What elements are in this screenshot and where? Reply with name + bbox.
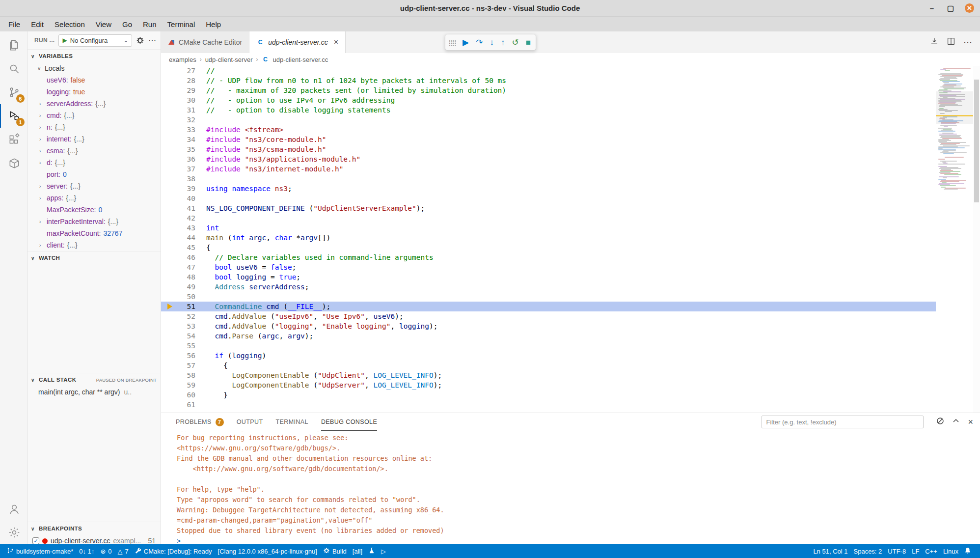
language-mode[interactable]: C++ xyxy=(922,544,940,558)
variable-row[interactable]: ›client:{...} xyxy=(27,239,161,251)
cursor-position[interactable]: Ln 51, Col 1 xyxy=(810,544,850,558)
menu-item-run[interactable]: Run xyxy=(137,19,162,30)
restart-button[interactable]: ↺ xyxy=(512,38,518,47)
drag-handle-icon[interactable]: ⣿⣿ xyxy=(448,39,456,46)
code-line[interactable]: 47 bool useV6 = false; xyxy=(161,262,936,272)
close-button[interactable]: ✕ xyxy=(965,3,974,13)
variable-row[interactable]: MaxPacketSize:0 xyxy=(27,204,161,216)
indentation[interactable]: Spaces: 2 xyxy=(851,544,885,558)
code-line[interactable]: 57 { xyxy=(161,361,936,370)
code-line[interactable]: 34#include "ns3/core-module.h" xyxy=(161,135,936,144)
variable-row[interactable]: ›interPacketInterval:{...} xyxy=(27,216,161,227)
code-line[interactable]: 36#include "ns3/applications-module.h" xyxy=(161,154,936,164)
step-out-button[interactable]: ↑ xyxy=(501,38,505,47)
menu-item-terminal[interactable]: Terminal xyxy=(162,19,201,30)
code-line[interactable]: 30// - option to use IPv4 or IPv6 addres… xyxy=(161,95,936,105)
code-line[interactable]: 56 if (logging) xyxy=(161,351,936,361)
clear-console-icon[interactable] xyxy=(936,417,944,427)
menu-item-view[interactable]: View xyxy=(90,19,117,30)
console-filter-input[interactable] xyxy=(762,416,924,428)
code-line[interactable]: 31// - option to disable logging stateme… xyxy=(161,105,936,115)
continue-button[interactable]: ▶ xyxy=(463,38,469,47)
step-over-button[interactable]: ↷ xyxy=(476,38,483,47)
code-line[interactable]: 33#include <fstream> xyxy=(161,125,936,135)
menu-item-edit[interactable]: Edit xyxy=(26,19,49,30)
variable-row[interactable]: ›internet:{...} xyxy=(27,133,161,145)
run-debug-icon[interactable]: 1 xyxy=(0,104,27,128)
tab-cmake-cache-editor[interactable]: CMake Cache Editor xyxy=(161,31,249,53)
breakpoint-row[interactable]: ✓udp-client-server.ccexampl...51 xyxy=(27,535,161,544)
panel-tab-output[interactable]: OUTPUT xyxy=(237,413,263,431)
stop-button[interactable]: ■ xyxy=(526,38,531,47)
launch-config-dropdown[interactable]: ▶ No Configura ⌄ xyxy=(58,34,132,47)
panel-tab-terminal[interactable]: TERMINAL xyxy=(275,413,308,431)
tab-udp-client-server-cc[interactable]: Cudp-client-server.cc× xyxy=(249,31,346,53)
breadcrumb-item[interactable]: udp-client-server xyxy=(205,56,253,63)
code-line[interactable]: 29// - maximum of 320 packets sent (or l… xyxy=(161,85,936,95)
console-input-prompt[interactable]: > xyxy=(177,536,980,544)
code-line[interactable]: 38 xyxy=(161,174,936,184)
minimap[interactable] xyxy=(936,66,973,413)
explorer-icon[interactable] xyxy=(0,33,27,57)
call-stack-section-header[interactable]: ∨ CALL STACK PAUSED ON BREAKPOINT xyxy=(27,373,161,386)
watch-section-header[interactable]: ∨ WATCH xyxy=(27,251,161,264)
close-panel-icon[interactable]: × xyxy=(968,417,973,427)
close-icon[interactable]: × xyxy=(334,38,338,47)
code-line[interactable]: 55 xyxy=(161,341,936,351)
start-debug-icon[interactable]: ▶ xyxy=(62,37,67,44)
ctest-button[interactable] xyxy=(365,544,378,558)
branch-status[interactable]: buildsystem-cmake* xyxy=(4,544,76,558)
panel-tab-debug-console[interactable]: DEBUG CONSOLE xyxy=(321,413,377,431)
code-line[interactable]: 39using namespace ns3; xyxy=(161,184,936,194)
code-line[interactable]: 40 xyxy=(161,194,936,203)
code-line[interactable]: 35#include "ns3/csma-module.h" xyxy=(161,144,936,154)
notifications[interactable] xyxy=(961,544,974,558)
minimap-viewport[interactable] xyxy=(936,91,973,124)
editor-scrollbar[interactable] xyxy=(973,66,980,413)
build-button[interactable]: Build xyxy=(320,544,350,558)
launch-button[interactable]: ▷ xyxy=(378,544,389,558)
build-target[interactable]: [all] xyxy=(350,544,365,558)
download-icon[interactable] xyxy=(930,37,939,48)
code-line[interactable]: 37#include "ns3/internet-module.h" xyxy=(161,164,936,174)
cmake-status[interactable]: CMake: [Debug]: Ready xyxy=(132,544,215,558)
errors-status[interactable]: ⊗0 xyxy=(97,544,114,558)
code-line[interactable]: 59 LogComponentEnable ("UdpServer", LOG_… xyxy=(161,380,936,390)
code-line[interactable]: 45{ xyxy=(161,243,936,252)
minimize-button[interactable]: – xyxy=(927,4,936,12)
variable-row[interactable]: maxPacketCount:32767 xyxy=(27,227,161,239)
encoding[interactable]: UTF-8 xyxy=(885,544,909,558)
variable-row[interactable]: ›cmd:{...} xyxy=(27,110,161,121)
more-actions-icon[interactable]: ⋯ xyxy=(148,36,157,45)
code-line[interactable]: 51 CommandLine cmd (__FILE__); xyxy=(161,302,936,311)
menu-item-file[interactable]: File xyxy=(3,19,26,30)
maximize-button[interactable]: ▢ xyxy=(946,4,955,13)
gear-icon[interactable] xyxy=(136,36,144,45)
code-line[interactable]: 48 bool logging = true; xyxy=(161,272,936,282)
split-editor-icon[interactable] xyxy=(947,37,955,48)
variable-row[interactable]: ›apps:{...} xyxy=(27,192,161,204)
menu-item-help[interactable]: Help xyxy=(200,19,226,30)
code-line[interactable]: 28// - UDP flow from n0 to n1 of 1024 by… xyxy=(161,76,936,85)
variable-row[interactable]: ›n:{...} xyxy=(27,121,161,133)
menu-item-go[interactable]: Go xyxy=(117,19,137,30)
code-line[interactable]: 61 xyxy=(161,400,936,410)
code-line[interactable]: 44main (int argc, char *argv[]) xyxy=(161,233,936,243)
code-line[interactable]: 50 xyxy=(161,292,936,302)
call-stack-frame[interactable]: main(int argc, char ** argv)u.. xyxy=(27,386,161,398)
scrollbar-thumb[interactable] xyxy=(974,80,979,202)
package-icon[interactable] xyxy=(0,151,27,175)
panel-tab-problems[interactable]: PROBLEMS7 xyxy=(176,413,224,431)
maximize-panel-icon[interactable] xyxy=(952,417,960,427)
account-icon[interactable] xyxy=(0,497,27,521)
code-line[interactable]: 43int xyxy=(161,223,936,233)
variable-row[interactable]: port:0 xyxy=(27,168,161,180)
variable-row[interactable]: useV6:false xyxy=(27,74,161,86)
code-line[interactable]: 53 cmd.AddValue ("logging", "Enable logg… xyxy=(161,321,936,331)
code-editor[interactable]: 27//28// - UDP flow from n0 to n1 of 102… xyxy=(161,66,936,413)
code-line[interactable]: 49 Address serverAddress; xyxy=(161,282,936,292)
breakpoints-section-header[interactable]: ∨ BREAKPOINTS xyxy=(27,522,161,535)
settings-gear-icon[interactable] xyxy=(0,521,27,544)
code-line[interactable]: 46 // Declare variables used in command-… xyxy=(161,252,936,262)
breadcrumb-item[interactable]: examples xyxy=(169,56,196,63)
